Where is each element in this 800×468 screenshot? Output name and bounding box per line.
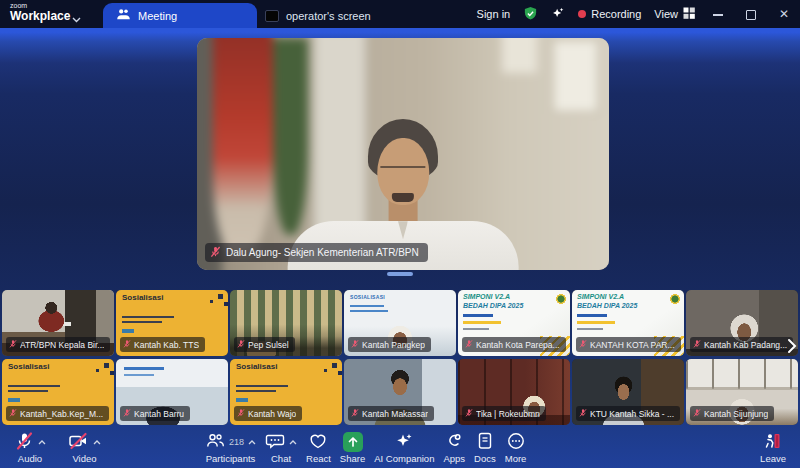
- share-screen-icon: [343, 432, 363, 452]
- share-label: Share: [340, 453, 365, 464]
- participant-nameplate: Tika | Rokeubmn: [462, 406, 546, 421]
- audio-caret[interactable]: [38, 436, 46, 447]
- participant-tile[interactable]: Kantah Barru: [116, 359, 228, 425]
- docs-icon: [475, 431, 495, 453]
- shield-check-icon: [523, 6, 538, 23]
- thumbnail-row-1: ATR/BPN Kepala Bir...SosialisasiKantah K…: [2, 290, 798, 356]
- ai-sparkle-icon[interactable]: [551, 6, 565, 22]
- apps-button[interactable]: Apps: [443, 431, 465, 464]
- participants-button[interactable]: 218 Participants: [205, 431, 256, 464]
- ai-companion-label: AI Companion: [374, 453, 434, 464]
- video-caret[interactable]: [93, 436, 101, 447]
- participant-tile[interactable]: SOSIALISASIKantah Pangkep: [344, 290, 456, 356]
- participant-name: Kantah Kab. TTS: [134, 340, 199, 350]
- participant-nameplate: Pep Sulsel: [234, 337, 295, 352]
- participant-nameplate: KTU Kantah Sikka - ...: [576, 406, 680, 421]
- slide-title: SOSIALISASI: [350, 294, 385, 300]
- tab-meeting[interactable]: Meeting: [103, 3, 257, 28]
- green-flag: [273, 38, 308, 235]
- indonesian-flag: [213, 38, 273, 255]
- audio-button[interactable]: Audio: [14, 431, 46, 464]
- view-label: View: [654, 8, 678, 20]
- zoom-workplace-window: zoom Workplace Meeting operator's screen…: [0, 0, 800, 468]
- participant-tile[interactable]: SIMPONI V2.ABEDAH DIPA 2025KANTAH KOTA P…: [572, 290, 684, 356]
- video-button[interactable]: Video: [68, 431, 101, 464]
- participant-nameplate: Kantah Kab Padang...: [690, 337, 793, 352]
- muted-mic-icon: [693, 339, 701, 351]
- titlebar-right-controls: Sign in Recording View: [477, 0, 794, 28]
- participant-tile[interactable]: Tika | Rokeubmn: [458, 359, 570, 425]
- tab-operators-screen[interactable]: operator's screen: [265, 3, 371, 28]
- leave-label: Leave: [760, 453, 786, 464]
- muted-mic-icon: [693, 408, 701, 420]
- slide-title: Sosialisasi: [122, 293, 163, 302]
- slide-title: SIMPONI V2.A: [463, 293, 510, 300]
- slide-title: Sosialisasi: [8, 362, 49, 371]
- react-label: React: [306, 453, 331, 464]
- docs-label: Docs: [474, 453, 496, 464]
- video-label: Video: [72, 453, 96, 464]
- view-button[interactable]: View: [654, 7, 695, 21]
- participant-name: KTU Kantah Sikka - ...: [590, 409, 674, 419]
- tab-meeting-label: Meeting: [138, 10, 177, 22]
- participant-nameplate: Kantah Sijunjung: [690, 406, 774, 421]
- muted-mic-icon: [9, 339, 17, 351]
- participant-tile[interactable]: SosialisasiKantah_Kab.Kep_M...: [2, 359, 114, 425]
- speaker-nameplate: Dalu Agung- Sekjen Kementerian ATR/BPN: [205, 243, 428, 262]
- participant-name: Kantah Kab Padang...: [704, 340, 787, 350]
- participant-name: KANTAH KOTA PAR...: [590, 340, 675, 350]
- participant-nameplate: KANTAH KOTA PAR...: [576, 337, 681, 352]
- chat-button[interactable]: Chat: [265, 431, 297, 464]
- participant-nameplate: Kantah Makassar: [348, 406, 434, 421]
- recording-dot-icon: [578, 10, 586, 18]
- participant-tile[interactable]: SosialisasiKantah Kab. TTS: [116, 290, 228, 356]
- speaker-name: Dalu Agung- Sekjen Kementerian ATR/BPN: [226, 247, 419, 258]
- main-speaker-video[interactable]: Dalu Agung- Sekjen Kementerian ATR/BPN: [197, 38, 609, 270]
- participant-name: Kantah Barru: [134, 409, 184, 419]
- recording-indicator: Recording: [578, 8, 641, 20]
- participant-tile[interactable]: Kantah Sijunjung: [686, 359, 798, 425]
- participants-caret[interactable]: [248, 436, 256, 447]
- participant-tile[interactable]: Kantah Makassar: [344, 359, 456, 425]
- leave-button[interactable]: Leave: [760, 431, 786, 464]
- participant-name: Kantah_Kab.Kep_M...: [20, 409, 103, 419]
- video-resize-handle[interactable]: [387, 272, 413, 276]
- slide-title: SIMPONI V2.A: [577, 293, 624, 300]
- titlebar: zoom Workplace Meeting operator's screen…: [0, 0, 800, 28]
- participant-nameplate: Kantah Pangkep: [348, 337, 431, 352]
- sign-in-button[interactable]: Sign in: [477, 8, 511, 20]
- participant-name: Kantah Sijunjung: [704, 409, 768, 419]
- participant-nameplate: ATR/BPN Kepala Bir...: [6, 337, 110, 352]
- mic-muted-icon: [14, 431, 34, 453]
- window-minimize-button[interactable]: [708, 7, 728, 21]
- camera-off-icon: [68, 431, 89, 453]
- participant-tile[interactable]: SosialisasiKantah Wajo: [230, 359, 342, 425]
- ai-companion-button[interactable]: AI Companion: [374, 431, 434, 464]
- tab-operators-screen-label: operator's screen: [286, 10, 371, 22]
- participant-tile[interactable]: Pep Sulsel: [230, 290, 342, 356]
- chat-caret[interactable]: [289, 436, 297, 447]
- participant-tile[interactable]: Kantah Kab Padang...: [686, 290, 798, 356]
- muted-mic-icon: [351, 339, 359, 351]
- window-maximize-button[interactable]: [741, 7, 761, 21]
- participant-tile[interactable]: KTU Kantah Sikka - ...: [572, 359, 684, 425]
- window-close-button[interactable]: ✕: [774, 7, 794, 21]
- brand-workplace: Workplace: [10, 10, 70, 22]
- heart-icon: [308, 431, 328, 453]
- participant-name: Pep Sulsel: [248, 340, 289, 350]
- participant-nameplate: Kantah Kota Parepa...: [462, 337, 566, 352]
- more-label: More: [505, 453, 527, 464]
- share-button[interactable]: Share: [340, 431, 365, 464]
- more-button[interactable]: More: [505, 431, 527, 464]
- chevron-down-icon[interactable]: [72, 9, 81, 27]
- muted-mic-icon: [237, 408, 245, 420]
- more-icon: [506, 431, 526, 453]
- next-participants-chevron[interactable]: [787, 338, 797, 358]
- muted-mic-icon: [210, 246, 221, 260]
- docs-button[interactable]: Docs: [474, 431, 496, 464]
- react-button[interactable]: React: [306, 431, 331, 464]
- participant-tile[interactable]: SIMPONI V2.ABEDAH DIPA 2025Kantah Kota P…: [458, 290, 570, 356]
- ai-companion-icon: [394, 431, 414, 453]
- participant-tile[interactable]: ATR/BPN Kepala Bir...: [2, 290, 114, 356]
- participant-nameplate: Kantah Barru: [120, 406, 190, 421]
